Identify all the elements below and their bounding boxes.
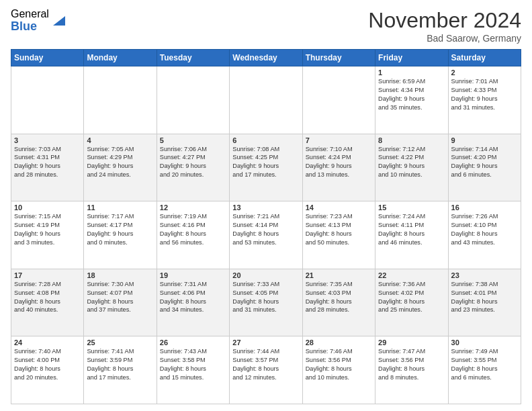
- day-info: Sunrise: 7:24 AM Sunset: 4:11 PM Dayligh…: [378, 212, 445, 247]
- day-info: Sunrise: 7:08 AM Sunset: 4:25 PM Dayligh…: [232, 145, 299, 180]
- day-number: 25: [87, 338, 153, 347]
- day-number: 7: [306, 136, 372, 144]
- day-number: 8: [378, 136, 445, 144]
- calendar-week-2: 10Sunrise: 7:15 AM Sunset: 4:19 PM Dayli…: [11, 201, 521, 269]
- calendar-week-4: 24Sunrise: 7:40 AM Sunset: 4:00 PM Dayli…: [11, 336, 521, 404]
- page: General Blue November 2024 Bad Saarow, G…: [0, 0, 532, 411]
- calendar-cell: 12Sunrise: 7:19 AM Sunset: 4:16 PM Dayli…: [157, 201, 229, 269]
- day-number: 26: [160, 338, 226, 347]
- logo-text: General Blue: [11, 8, 49, 33]
- day-number: 24: [14, 338, 81, 347]
- day-number: 14: [306, 203, 372, 212]
- day-number: 10: [14, 203, 81, 212]
- calendar-cell: 3Sunrise: 7:03 AM Sunset: 4:31 PM Daylig…: [11, 134, 84, 201]
- calendar-cell: 15Sunrise: 7:24 AM Sunset: 4:11 PM Dayli…: [375, 201, 448, 269]
- calendar-cell: 18Sunrise: 7:30 AM Sunset: 4:07 PM Dayli…: [84, 269, 157, 336]
- header-sunday: Sunday: [11, 50, 84, 66]
- day-info: Sunrise: 7:49 AM Sunset: 3:55 PM Dayligh…: [451, 347, 518, 382]
- calendar-week-1: 3Sunrise: 7:03 AM Sunset: 4:31 PM Daylig…: [11, 134, 521, 201]
- logo-icon: [50, 13, 65, 28]
- day-info: Sunrise: 7:31 AM Sunset: 4:06 PM Dayligh…: [160, 280, 226, 315]
- logo: General Blue: [11, 8, 65, 33]
- day-number: 17: [14, 271, 81, 279]
- calendar-cell: 10Sunrise: 7:15 AM Sunset: 4:19 PM Dayli…: [11, 201, 84, 269]
- day-info: Sunrise: 7:15 AM Sunset: 4:19 PM Dayligh…: [14, 212, 81, 247]
- day-number: 13: [232, 203, 299, 212]
- calendar-cell: 14Sunrise: 7:23 AM Sunset: 4:13 PM Dayli…: [302, 201, 375, 269]
- calendar-cell: 19Sunrise: 7:31 AM Sunset: 4:06 PM Dayli…: [157, 269, 229, 336]
- day-info: Sunrise: 7:26 AM Sunset: 4:10 PM Dayligh…: [451, 212, 518, 247]
- header: General Blue November 2024 Bad Saarow, G…: [11, 8, 521, 44]
- day-number: 12: [160, 203, 226, 212]
- calendar-cell: 11Sunrise: 7:17 AM Sunset: 4:17 PM Dayli…: [84, 201, 157, 269]
- calendar-cell: 25Sunrise: 7:41 AM Sunset: 3:59 PM Dayli…: [84, 336, 157, 404]
- day-info: Sunrise: 7:33 AM Sunset: 4:05 PM Dayligh…: [232, 280, 299, 315]
- month-title: November 2024: [368, 8, 521, 33]
- day-info: Sunrise: 7:03 AM Sunset: 4:31 PM Dayligh…: [14, 145, 81, 180]
- header-saturday: Saturday: [448, 50, 521, 66]
- calendar-cell: 2Sunrise: 7:01 AM Sunset: 4:33 PM Daylig…: [448, 66, 521, 134]
- day-info: Sunrise: 7:44 AM Sunset: 3:57 PM Dayligh…: [232, 347, 299, 382]
- calendar-cell: 4Sunrise: 7:05 AM Sunset: 4:29 PM Daylig…: [84, 134, 157, 201]
- day-number: 22: [378, 271, 445, 279]
- day-number: 1: [378, 68, 445, 77]
- calendar-cell: 5Sunrise: 7:06 AM Sunset: 4:27 PM Daylig…: [157, 134, 229, 201]
- day-info: Sunrise: 7:01 AM Sunset: 4:33 PM Dayligh…: [451, 77, 518, 112]
- day-info: Sunrise: 7:43 AM Sunset: 3:58 PM Dayligh…: [160, 347, 226, 382]
- calendar-week-3: 17Sunrise: 7:28 AM Sunset: 4:08 PM Dayli…: [11, 269, 521, 336]
- day-number: 4: [87, 136, 153, 144]
- calendar-cell: 27Sunrise: 7:44 AM Sunset: 3:57 PM Dayli…: [230, 336, 302, 404]
- day-info: Sunrise: 7:12 AM Sunset: 4:22 PM Dayligh…: [378, 145, 445, 180]
- day-number: 20: [232, 271, 299, 279]
- day-info: Sunrise: 7:10 AM Sunset: 4:24 PM Dayligh…: [306, 145, 372, 180]
- calendar-cell: 17Sunrise: 7:28 AM Sunset: 4:08 PM Dayli…: [11, 269, 84, 336]
- calendar-cell: [230, 66, 302, 134]
- day-number: 21: [306, 271, 372, 279]
- day-number: 3: [14, 136, 81, 144]
- calendar-cell: 24Sunrise: 7:40 AM Sunset: 4:00 PM Dayli…: [11, 336, 84, 404]
- calendar-cell: 13Sunrise: 7:21 AM Sunset: 4:14 PM Dayli…: [230, 201, 302, 269]
- calendar-cell: 26Sunrise: 7:43 AM Sunset: 3:58 PM Dayli…: [157, 336, 229, 404]
- day-info: Sunrise: 7:17 AM Sunset: 4:17 PM Dayligh…: [87, 212, 153, 247]
- day-info: Sunrise: 6:59 AM Sunset: 4:34 PM Dayligh…: [378, 77, 445, 112]
- day-number: 28: [306, 338, 372, 347]
- calendar-cell: 30Sunrise: 7:49 AM Sunset: 3:55 PM Dayli…: [448, 336, 521, 404]
- day-info: Sunrise: 7:21 AM Sunset: 4:14 PM Dayligh…: [232, 212, 299, 247]
- logo-blue: Blue: [11, 20, 49, 34]
- day-number: 2: [451, 68, 518, 77]
- calendar-cell: 23Sunrise: 7:38 AM Sunset: 4:01 PM Dayli…: [448, 269, 521, 336]
- day-number: 23: [451, 271, 518, 279]
- calendar-cell: 1Sunrise: 6:59 AM Sunset: 4:34 PM Daylig…: [375, 66, 448, 134]
- day-number: 6: [232, 136, 299, 144]
- day-info: Sunrise: 7:36 AM Sunset: 4:02 PM Dayligh…: [378, 280, 445, 315]
- calendar-table: Sunday Monday Tuesday Wednesday Thursday…: [11, 49, 521, 404]
- calendar-cell: [157, 66, 229, 134]
- calendar-cell: 8Sunrise: 7:12 AM Sunset: 4:22 PM Daylig…: [375, 134, 448, 201]
- calendar-cell: [84, 66, 157, 134]
- day-number: 18: [87, 271, 153, 279]
- day-info: Sunrise: 7:46 AM Sunset: 3:56 PM Dayligh…: [306, 347, 372, 382]
- header-thursday: Thursday: [302, 50, 375, 66]
- calendar-cell: 9Sunrise: 7:14 AM Sunset: 4:20 PM Daylig…: [448, 134, 521, 201]
- logo-general: General: [11, 8, 49, 20]
- day-number: 15: [378, 203, 445, 212]
- calendar-week-0: 1Sunrise: 6:59 AM Sunset: 4:34 PM Daylig…: [11, 66, 521, 134]
- day-number: 11: [87, 203, 153, 212]
- day-info: Sunrise: 7:19 AM Sunset: 4:16 PM Dayligh…: [160, 212, 226, 247]
- calendar-cell: 22Sunrise: 7:36 AM Sunset: 4:02 PM Dayli…: [375, 269, 448, 336]
- day-info: Sunrise: 7:05 AM Sunset: 4:29 PM Dayligh…: [87, 145, 153, 180]
- header-friday: Friday: [375, 50, 448, 66]
- day-info: Sunrise: 7:47 AM Sunset: 3:56 PM Dayligh…: [378, 347, 445, 382]
- calendar-cell: 28Sunrise: 7:46 AM Sunset: 3:56 PM Dayli…: [302, 336, 375, 404]
- day-info: Sunrise: 7:28 AM Sunset: 4:08 PM Dayligh…: [14, 280, 81, 315]
- day-info: Sunrise: 7:38 AM Sunset: 4:01 PM Dayligh…: [451, 280, 518, 315]
- day-number: 19: [160, 271, 226, 279]
- day-info: Sunrise: 7:35 AM Sunset: 4:03 PM Dayligh…: [306, 280, 372, 315]
- location: Bad Saarow, Germany: [368, 33, 521, 44]
- calendar-header-row: Sunday Monday Tuesday Wednesday Thursday…: [11, 50, 521, 66]
- day-info: Sunrise: 7:23 AM Sunset: 4:13 PM Dayligh…: [306, 212, 372, 247]
- day-info: Sunrise: 7:30 AM Sunset: 4:07 PM Dayligh…: [87, 280, 153, 315]
- header-wednesday: Wednesday: [230, 50, 302, 66]
- day-number: 30: [451, 338, 518, 347]
- title-area: November 2024 Bad Saarow, Germany: [368, 8, 521, 44]
